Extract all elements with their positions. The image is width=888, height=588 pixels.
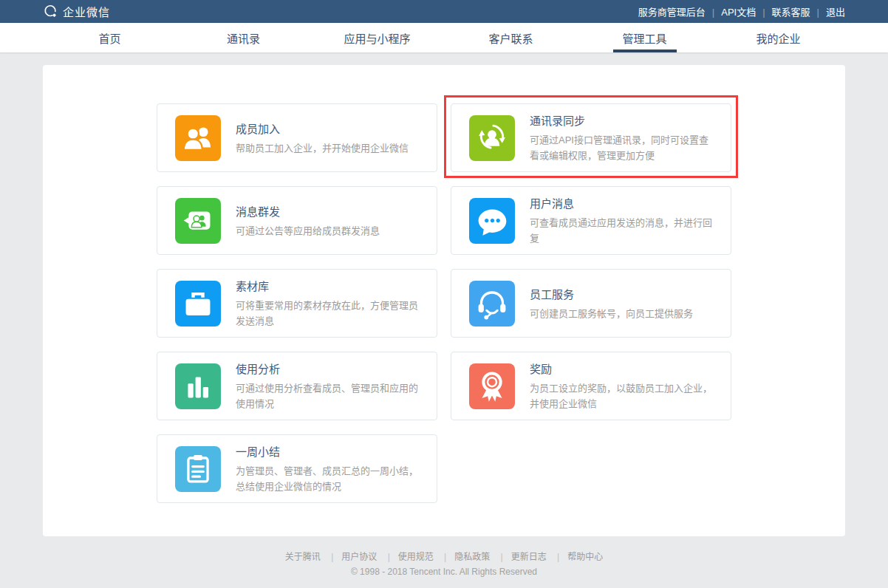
tool-card-usage-analytics[interactable]: 使用分析 可通过使用分析查看成员、管理员和应用的使用情况 [157,352,437,420]
footer-link-privacy-policy[interactable]: 隐私政策 [436,552,490,562]
tool-card-weekly-summary[interactable]: 一周小结 为管理员、管理者、成员汇总的一周小结，总结使用企业微信的情况 [157,434,437,503]
app-logo[interactable]: 企业微信 [43,4,110,19]
footer-link-about[interactable]: 关于腾讯 [285,552,321,562]
tool-title[interactable]: 消息群发 [236,203,380,219]
user-message-icon [469,198,515,244]
tools-grid: 成员加入 帮助员工加入企业，并开始使用企业微信 [157,103,731,503]
link-provider-console[interactable]: 服务商管理后台 [638,4,706,18]
weekly-summary-icon [175,446,221,492]
tool-card-user-message[interactable]: 用户消息 可查看成员通过应用发送的消息，并进行回复 [451,186,731,255]
footer-link-help-center[interactable]: 帮助中心 [549,552,603,562]
tools-panel: 成员加入 帮助员工加入企业，并开始使用企业微信 [43,65,845,536]
footer: 关于腾讯 用户协议 使用规范 隐私政策 更新日志 帮助中心 © 1998 - 2… [0,536,888,577]
link-contact-support[interactable]: 联系客服 [756,4,810,18]
tab-contacts[interactable]: 通讯录 [177,23,310,52]
tab-home[interactable]: 首页 [43,23,177,52]
usage-analytics-icon [175,363,221,409]
tool-card-reward[interactable]: 奖励 为员工设立的奖励，以鼓励员工加入企业，并使用企业微信 [451,352,731,420]
tool-title[interactable]: 通讯录同步 [530,112,717,128]
staff-service-icon [469,281,515,327]
tool-title[interactable]: 使用分析 [236,360,423,376]
tool-card-contacts-sync[interactable]: 通讯录同步 可通过API接口管理通讯录，同时可设置查看或编辑权限，管理更加方便 [451,103,731,172]
tool-desc: 为管理员、管理者、成员汇总的一周小结，总结使用企业微信的情况 [236,463,423,494]
wechat-work-bubble-icon [43,4,58,19]
tool-title[interactable]: 用户消息 [530,195,717,211]
tool-desc: 可通过公告等应用给成员群发消息 [236,223,380,239]
members-join-icon [175,115,221,161]
tool-title[interactable]: 奖励 [530,360,717,376]
tool-desc: 可通过API接口管理通讯录，同时可设置查看或编辑权限，管理更加方便 [530,132,717,163]
tool-card-message-broadcast[interactable]: 消息群发 可通过公告等应用给成员群发消息 [157,186,437,255]
tool-card-staff-service[interactable]: 员工服务 可创建员工服务帐号，向员工提供服务 [451,269,731,338]
tool-card-members-join[interactable]: 成员加入 帮助员工加入企业，并开始使用企业微信 [157,103,437,172]
tool-desc: 可查看成员通过应用发送的消息，并进行回复 [530,215,717,246]
tab-apps-miniprograms[interactable]: 应用与小程序 [310,23,444,52]
tool-card-material-library[interactable]: 素材库 可将重要常用的素材存放在此，方便管理员发送消息 [157,269,437,338]
app-title: 企业微信 [63,4,110,19]
tool-title[interactable]: 员工服务 [530,286,693,301]
tab-customer-contact[interactable]: 客户联系 [444,23,578,52]
footer-link-user-agreement[interactable]: 用户协议 [323,552,377,562]
main-nav: 首页 通讯录 应用与小程序 客户联系 管理工具 我的企业 [0,23,888,52]
tab-admin-tools[interactable]: 管理工具 [578,23,711,52]
tool-desc: 可将重要常用的素材存放在此，方便管理员发送消息 [236,298,423,329]
tool-desc: 帮助员工加入企业，并开始使用企业微信 [236,140,409,156]
tool-desc: 可创建员工服务帐号，向员工提供服务 [530,306,693,321]
message-broadcast-icon [175,198,221,244]
copyright-text: © 1998 - 2018 Tencent Inc. All Rights Re… [0,567,888,577]
tab-my-company[interactable]: 我的企业 [711,23,845,52]
material-library-icon [175,281,221,327]
tool-desc: 为员工设立的奖励，以鼓励员工加入企业，并使用企业微信 [530,380,717,411]
main-area: 成员加入 帮助员工加入企业，并开始使用企业微信 [0,52,888,577]
tool-title[interactable]: 成员加入 [236,120,409,136]
topbar: 企业微信 服务商管理后台 API文档 联系客服 退出 [0,0,888,23]
topbar-links: 服务商管理后台 API文档 联系客服 退出 [638,4,845,18]
footer-link-usage-rules[interactable]: 使用规范 [380,552,434,562]
contacts-sync-icon [469,115,515,161]
footer-link-changelog[interactable]: 更新日志 [493,552,547,562]
reward-icon [469,363,515,409]
tool-title[interactable]: 一周小结 [236,443,423,459]
footer-links: 关于腾讯 用户协议 使用规范 隐私政策 更新日志 帮助中心 [0,550,888,562]
tool-desc: 可通过使用分析查看成员、管理员和应用的使用情况 [236,380,423,411]
tool-title[interactable]: 素材库 [236,278,423,293]
link-logout[interactable]: 退出 [810,4,845,18]
link-api-docs[interactable]: API文档 [706,4,756,18]
